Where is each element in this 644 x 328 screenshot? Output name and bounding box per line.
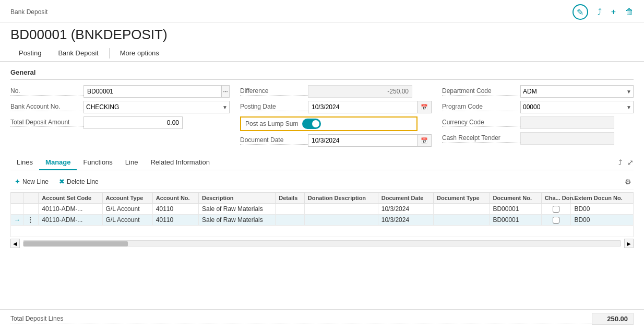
row1-options (24, 204, 39, 215)
row2-account-set[interactable]: 40110-ADM-... (39, 215, 102, 226)
delete-line-icon: ✖ (59, 178, 65, 185)
row1-cha-don-checkbox[interactable] (553, 206, 559, 213)
horizontal-scrollbar[interactable] (23, 240, 621, 247)
left-col: No. ··· Bank Account No. CHECKING ▼ (10, 85, 230, 150)
row2-details[interactable] (276, 215, 305, 226)
row1-donation-desc[interactable] (304, 204, 378, 215)
scroll-right-arrow[interactable]: ▶ (624, 239, 634, 248)
row2-doc-type[interactable] (434, 215, 490, 226)
delete-icon-button[interactable]: 🗑 (625, 7, 634, 17)
row1-doc-type[interactable] (434, 204, 490, 215)
toolbar-left: ✦ New Line ✖ Delete Line (10, 175, 103, 188)
row2-cha-don[interactable] (541, 215, 571, 226)
menu-item-bank-deposit[interactable]: Bank Deposit (50, 45, 106, 62)
posting-date-input[interactable] (308, 101, 418, 113)
total-deposit-input[interactable] (84, 116, 183, 129)
row1-details[interactable] (276, 204, 305, 215)
lines-table: Account Set Code Account Type Account No… (10, 192, 634, 237)
delete-line-label: Delete Line (67, 178, 99, 185)
row2-doc-date[interactable]: 10/3/2024 (378, 215, 433, 226)
row1-extern-doc[interactable]: BD00 (571, 204, 634, 215)
row1-cha-don[interactable] (541, 204, 571, 215)
menu-separator (109, 48, 110, 58)
row2-options[interactable]: ⋮ (24, 215, 39, 226)
document-date-calendar-icon[interactable]: 📅 (418, 134, 432, 147)
row2-extern-doc[interactable]: BD00 (571, 215, 634, 226)
col-extern-doc[interactable]: Extern Docun No. (571, 193, 634, 204)
lines-table-scroll[interactable]: Account Set Code Account Type Account No… (10, 192, 634, 237)
table-empty-row (11, 226, 634, 237)
col-donation-desc[interactable]: Donation Description (304, 193, 378, 204)
col-doc-type[interactable]: Document Type (434, 193, 490, 204)
add-icon-button[interactable]: + (611, 7, 616, 17)
col-account-set[interactable]: Account Set Code (39, 193, 102, 204)
lines-nav-functions[interactable]: Functions (77, 155, 118, 170)
bank-account-label: Bank Account No. (10, 103, 84, 111)
col-description[interactable]: Description (199, 193, 276, 204)
department-code-label: Department Code (442, 87, 520, 96)
filter-icon[interactable]: ⚙ (625, 178, 631, 186)
row2-arrow: → (11, 215, 24, 226)
menu-item-posting[interactable]: Posting (10, 45, 50, 62)
row1-account-type[interactable]: G/L Account (102, 204, 152, 215)
cash-receipt-input (520, 132, 614, 145)
toggle-slider-icon (302, 119, 321, 129)
new-line-button[interactable]: ✦ New Line (10, 175, 53, 188)
post-lump-sum-toggle[interactable] (302, 119, 321, 129)
bank-account-row: Bank Account No. CHECKING ▼ (10, 101, 230, 113)
delete-line-button[interactable]: ✖ Delete Line (55, 175, 103, 188)
col-details[interactable]: Details (276, 193, 305, 204)
post-lump-sum-label: Post as Lump Sum (245, 120, 298, 127)
lines-nav-related[interactable]: Related Information (144, 155, 216, 170)
no-input[interactable] (84, 85, 221, 98)
menu-item-more-options[interactable]: More options (112, 45, 168, 62)
posting-date-row: Posting Date 📅 (240, 101, 432, 113)
difference-label: Difference (240, 87, 308, 96)
total-deposit-label: Total Deposit Amount (10, 119, 84, 127)
program-code-select[interactable]: 00000 (520, 101, 634, 113)
posting-date-label: Posting Date (240, 103, 308, 111)
page-title: BD00001 (BNKDEPOSIT) (0, 22, 644, 45)
col-doc-no[interactable]: Document No. (490, 193, 541, 204)
cash-receipt-row: Cash Receipt Tender (442, 132, 634, 145)
row1-doc-date[interactable]: 10/3/2024 (378, 204, 433, 215)
col-account-type[interactable]: Account Type (102, 193, 152, 204)
no-options-button[interactable]: ··· (221, 85, 230, 98)
col-doc-date[interactable]: Document Date (378, 193, 433, 204)
lines-expand-icon[interactable]: ⤢ (627, 158, 634, 167)
row1-account-set[interactable]: 40110-ADM-... (39, 204, 102, 215)
table-row[interactable]: → ⋮ 40110-ADM-... G/L Account 40110 Sale… (11, 215, 634, 226)
scrollbar-thumb[interactable] (23, 241, 128, 247)
scroll-left-arrow[interactable]: ◀ (10, 239, 20, 248)
lines-nav-right-icons: ⤴ ⤢ (618, 158, 634, 167)
program-code-row: Program Code 00000 ▼ (442, 101, 634, 113)
lines-nav-line[interactable]: Line (119, 155, 145, 170)
department-code-select[interactable]: ADM (520, 85, 634, 98)
share-icon-button[interactable]: ⤴ (598, 7, 602, 17)
post-lump-sum-row: Post as Lump Sum (240, 116, 432, 131)
lines-nav-lines[interactable]: Lines (10, 155, 39, 170)
edit-icon-button[interactable]: ✎ (573, 4, 588, 20)
row2-account-type[interactable]: G/L Account (102, 215, 152, 226)
row2-account-no[interactable]: 40110 (152, 215, 198, 226)
right-col: Department Code ADM ▼ Program Code 00000 (432, 85, 634, 150)
footer-total-value: 250.00 (592, 313, 634, 325)
currency-code-input (520, 116, 614, 129)
row1-doc-no[interactable]: BD00001 (490, 204, 541, 215)
row2-doc-no[interactable]: BD00001 (490, 215, 541, 226)
difference-row: Difference (240, 85, 432, 98)
row2-cha-don-checkbox[interactable] (553, 217, 559, 224)
row1-account-no[interactable]: 40110 (152, 204, 198, 215)
col-account-no[interactable]: Account No. (152, 193, 198, 204)
lines-nav-manage[interactable]: Manage (39, 155, 77, 170)
document-date-input[interactable] (308, 134, 418, 147)
document-date-row: Document Date 📅 (240, 134, 432, 147)
posting-date-calendar-icon[interactable]: 📅 (418, 101, 432, 113)
row2-donation-desc[interactable] (304, 215, 378, 226)
col-cha-don[interactable]: Cha... Don... (541, 193, 571, 204)
table-row[interactable]: 40110-ADM-... G/L Account 40110 Sale of … (11, 204, 634, 215)
row2-description[interactable]: Sale of Raw Materials (199, 215, 276, 226)
bank-account-select[interactable]: CHECKING (84, 101, 230, 113)
row1-description[interactable]: Sale of Raw Materials (199, 204, 276, 215)
lines-share-icon[interactable]: ⤴ (618, 158, 622, 167)
